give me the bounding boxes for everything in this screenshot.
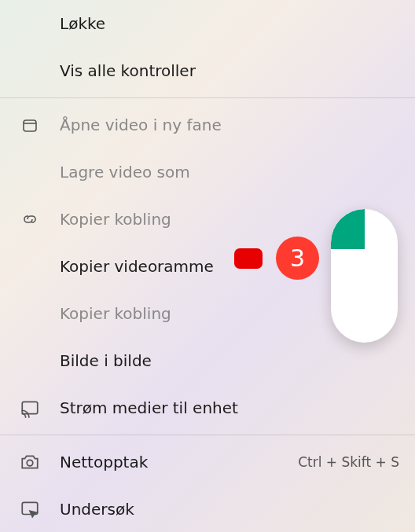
label-pip: Bilde i bilde xyxy=(60,351,399,370)
icon-placeholder xyxy=(17,348,42,373)
label-cast: Strøm medier til enhet xyxy=(60,398,399,417)
icon-placeholder xyxy=(17,160,42,185)
label-show-all: Vis alle kontroller xyxy=(60,61,399,80)
separator xyxy=(0,97,415,98)
label-loop: Løkke xyxy=(60,14,399,33)
svg-rect-0 xyxy=(24,120,36,131)
camera-icon xyxy=(17,449,42,475)
link-icon xyxy=(17,207,42,232)
svg-rect-1 xyxy=(22,402,38,413)
step-badge: 3 xyxy=(276,237,319,280)
menu-item-loop[interactable]: Løkke xyxy=(0,0,415,47)
icon-placeholder xyxy=(17,301,42,326)
menu-item-web-capture[interactable]: Nettopptak Ctrl + Skift + S xyxy=(0,438,415,486)
cast-icon xyxy=(17,395,42,420)
label-open-new-tab: Åpne video i ny fane xyxy=(60,116,399,134)
separator xyxy=(0,435,415,435)
menu-item-picture-in-picture[interactable]: Bilde i bilde xyxy=(0,337,415,384)
menu-item-open-new-tab: Åpne video i ny fane xyxy=(0,101,415,149)
menu-item-inspect[interactable]: Undersøk xyxy=(0,486,415,532)
icon-placeholder xyxy=(17,11,42,36)
label-inspect: Undersøk xyxy=(60,500,399,519)
red-indicator xyxy=(234,248,263,269)
svg-point-2 xyxy=(27,460,33,466)
menu-item-show-all-controls[interactable]: Vis alle kontroller xyxy=(0,47,415,94)
menu-item-cast-media[interactable]: Strøm medier til enhet xyxy=(0,384,415,431)
icon-placeholder xyxy=(17,58,42,83)
mouse-illustration xyxy=(331,209,398,343)
icon-placeholder xyxy=(17,254,42,279)
menu-item-save-video-as: Lagre video som xyxy=(0,149,415,196)
label-web-capture: Nettopptak xyxy=(60,453,298,471)
new-tab-icon xyxy=(17,112,42,138)
shortcut-web-capture: Ctrl + Skift + S xyxy=(298,454,399,470)
step-number: 3 xyxy=(290,244,305,272)
inspect-icon xyxy=(17,497,42,522)
label-save-as: Lagre video som xyxy=(60,163,399,182)
